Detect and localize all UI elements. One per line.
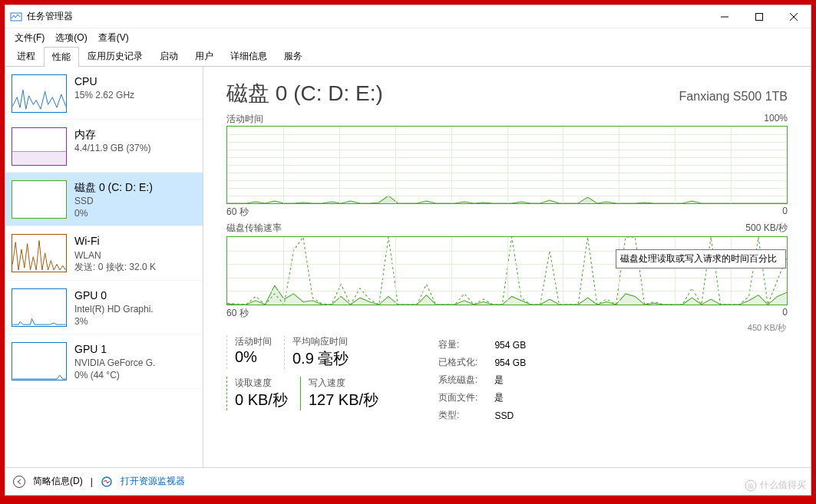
svg-text:值: 值	[748, 483, 754, 489]
svg-rect-5	[12, 152, 65, 165]
formatted-v: 954 GB	[494, 354, 541, 371]
footer: 简略信息(D) | 打开资源监视器	[5, 467, 811, 495]
menubar: 文件(F) 选项(O) 查看(V)	[5, 28, 811, 47]
resp-label: 平均响应时间	[292, 335, 349, 348]
mem-line: 4.4/11.9 GB (37%)	[74, 143, 150, 155]
svg-rect-2	[755, 13, 762, 20]
task-manager-window: 任务管理器 文件(F) 选项(O) 查看(V) 进程 性能 应用历史记录 启动 …	[5, 5, 811, 496]
tabbar: 进程 性能 应用历史记录 启动 用户 详细信息 服务	[5, 47, 811, 67]
separator: |	[91, 476, 93, 487]
cpu-thumb	[12, 74, 67, 113]
wifi-thumb	[12, 234, 67, 272]
watermark: 值 什么值得买	[745, 479, 806, 492]
chart1-label: 活动时间	[226, 113, 263, 126]
wifi-title: Wi-Fi	[74, 234, 156, 248]
chart1-xl: 60 秒	[226, 206, 249, 219]
disk-type: SSD	[74, 196, 153, 208]
chart2-label: 磁盘传输速率	[226, 222, 282, 235]
chart1-max: 100%	[764, 113, 788, 126]
gpu1-title: GPU 1	[74, 342, 155, 356]
stats-area: 活动时间0% 平均响应时间0.9 毫秒 读取速度0 KB/秒 写入速度127 K…	[226, 335, 788, 425]
open-resmon-link[interactable]: 打开资源监视器	[121, 475, 185, 488]
window-title: 任务管理器	[27, 10, 707, 23]
sysdisk-v: 是	[494, 372, 541, 388]
collapse-icon[interactable]	[13, 476, 25, 488]
chart2-xl: 60 秒	[226, 307, 249, 320]
tooltip: 磁盘处理读取或写入请求的时间百分比	[616, 249, 786, 268]
capacity-l: 容量:	[438, 337, 493, 353]
resmon-icon	[101, 476, 113, 488]
wifi-line2: 发送: 0 接收: 32.0 K	[74, 262, 156, 274]
titlebar: 任务管理器	[5, 5, 811, 28]
active-value: 0%	[235, 348, 272, 366]
sidebar-item-disk[interactable]: 磁盘 0 (C: D: E:)SSD0%	[5, 173, 203, 226]
less-details-link[interactable]: 简略信息(D)	[33, 475, 83, 488]
close-button[interactable]	[776, 5, 811, 28]
sidebar-item-gpu0[interactable]: GPU 0Intel(R) HD Graphi.3%	[5, 281, 203, 334]
pagefile-l: 页面文件:	[438, 390, 493, 406]
capacity-v: 954 GB	[494, 337, 541, 353]
active-label: 活动时间	[235, 335, 272, 348]
gpu0-line1: Intel(R) HD Graphi.	[74, 304, 154, 316]
main-area: CPU15% 2.62 GHz 内存4.4/11.9 GB (37%) 磁盘 0…	[5, 67, 811, 467]
transfer-chart	[226, 236, 788, 305]
sidebar-item-memory[interactable]: 内存4.4/11.9 GB (37%)	[5, 120, 203, 173]
window-controls	[707, 5, 811, 28]
type-v: SSD	[494, 407, 541, 423]
sysdisk-l: 系统磁盘:	[438, 372, 493, 388]
sidebar-item-cpu[interactable]: CPU15% 2.62 GHz	[5, 67, 203, 120]
cpu-title: CPU	[74, 74, 134, 88]
cpu-line: 15% 2.62 GHz	[74, 90, 134, 102]
app-icon	[10, 11, 22, 23]
disk-thumb	[12, 180, 67, 219]
mem-thumb	[12, 127, 67, 166]
chart2-limit: 450 KB/秒	[748, 322, 786, 334]
activity-chart	[226, 126, 788, 204]
wifi-line1: WLAN	[74, 250, 156, 262]
write-value: 127 KB/秒	[309, 390, 378, 410]
gpu1-line1: NVIDIA GeForce G.	[74, 357, 155, 370]
tab-startup[interactable]: 启动	[151, 46, 187, 66]
gpu0-thumb	[12, 288, 67, 327]
gpu1-line2: 0% (44 °C)	[74, 370, 155, 382]
gpu0-title: GPU 0	[74, 288, 154, 302]
gpu1-thumb	[12, 342, 67, 380]
read-label: 读取速度	[235, 377, 288, 390]
resp-value: 0.9 毫秒	[292, 348, 349, 369]
tab-services[interactable]: 服务	[276, 46, 311, 66]
menu-options[interactable]: 选项(O)	[51, 30, 91, 46]
read-value: 0 KB/秒	[235, 390, 288, 410]
gpu0-line2: 3%	[74, 316, 154, 328]
disk-title: 磁盘 0 (C: D: E:)	[226, 79, 383, 108]
sidebar-item-wifi[interactable]: Wi-FiWLAN发送: 0 接收: 32.0 K	[5, 226, 203, 280]
sidebar: CPU15% 2.62 GHz 内存4.4/11.9 GB (37%) 磁盘 0…	[5, 67, 203, 467]
maximize-button[interactable]	[742, 5, 776, 28]
tab-details[interactable]: 详细信息	[222, 46, 276, 66]
menu-view[interactable]: 查看(V)	[94, 30, 134, 46]
mem-title: 内存	[74, 127, 150, 141]
sidebar-item-gpu1[interactable]: GPU 1NVIDIA GeForce G.0% (44 °C)	[5, 334, 203, 388]
formatted-l: 已格式化:	[438, 354, 493, 371]
chart2-max: 500 KB/秒	[745, 222, 788, 235]
tab-processes[interactable]: 进程	[8, 46, 44, 66]
disk-model: Fanxiang S500 1TB	[679, 90, 788, 104]
tab-performance[interactable]: 性能	[44, 47, 79, 67]
type-l: 类型:	[438, 407, 493, 423]
content-pane: 磁盘 0 (C: D: E:) Fanxiang S500 1TB 活动时间 1…	[203, 67, 811, 467]
tab-users[interactable]: 用户	[187, 46, 222, 66]
write-label: 写入速度	[309, 377, 378, 390]
chart2-xr: 0	[782, 307, 788, 320]
info-table: 容量:954 GB 已格式化:954 GB 系统磁盘:是 页面文件:是 类型:S…	[437, 335, 543, 425]
menu-file[interactable]: 文件(F)	[10, 30, 49, 46]
disk-pct: 0%	[74, 208, 153, 220]
pagefile-v: 是	[494, 390, 541, 406]
disk-title-side: 磁盘 0 (C: D: E:)	[74, 180, 153, 194]
minimize-button[interactable]	[707, 5, 742, 28]
tab-app-history[interactable]: 应用历史记录	[79, 46, 151, 66]
chart1-xr: 0	[782, 206, 788, 219]
